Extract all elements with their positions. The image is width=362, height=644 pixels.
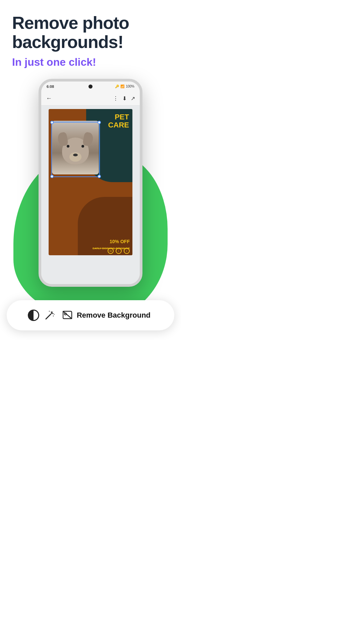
instagram-icon: I: [116, 248, 122, 254]
remove-background-label: Remove Background: [77, 311, 150, 320]
poster-discount: 10% OFF: [110, 238, 130, 245]
contrast-button[interactable]: [28, 310, 39, 321]
phone-content: PET CARE: [41, 106, 140, 284]
dog-image-area: [52, 121, 99, 174]
battery-text: 100%: [126, 85, 134, 88]
title-line1: Remove photo: [12, 13, 129, 33]
dog-snout: [69, 152, 81, 162]
back-button[interactable]: ←: [46, 95, 52, 102]
dog-head: [62, 138, 89, 164]
magic-wand-button[interactable]: [45, 310, 55, 320]
svg-point-10: [64, 313, 66, 315]
remove-background-icon: [63, 310, 73, 320]
dog-eye-right: [81, 145, 84, 148]
share-button[interactable]: ↗: [131, 95, 135, 102]
status-icons: 🔑 📶 100%: [115, 85, 134, 88]
contrast-icon: [28, 310, 39, 321]
phone-status-bar: 6:08 🔑 📶 100%: [41, 82, 140, 92]
selection-handle-bottom-left[interactable]: [50, 175, 54, 178]
poster-title-line1: PET: [108, 113, 129, 121]
poster-brown-corner: [78, 197, 132, 255]
pet-care-poster: PET CARE: [49, 109, 132, 255]
phone-mockup: 6:08 🔑 📶 100% ← ⋮ ⬇ ↗: [39, 79, 142, 287]
wifi-icon: 📶: [120, 85, 124, 88]
poster-title-line2: CARE: [108, 121, 129, 129]
dog-face: [52, 121, 99, 174]
key-icon: 🔑: [115, 85, 119, 88]
toolbar-right: ⋮ ⬇ ↗: [113, 95, 135, 102]
dog-eye-left: [67, 145, 69, 148]
header-section: Remove photo backgrounds! In just one cl…: [0, 0, 181, 75]
svg-line-4: [52, 312, 53, 313]
poster-social-icons: W I f: [108, 248, 130, 254]
magic-wand-icon: [45, 310, 55, 320]
dog-ear-right: [82, 132, 94, 147]
remove-background-button[interactable]: Remove Background: [60, 310, 153, 320]
download-button[interactable]: ⬇: [122, 95, 127, 102]
dog-nose: [73, 154, 78, 156]
bottom-toolbar: Remove Background: [7, 300, 174, 330]
facebook-icon: f: [124, 248, 130, 254]
subtitle: In just one click!: [12, 56, 169, 68]
more-options-button[interactable]: ⋮: [113, 95, 118, 102]
phone-toolbar: ← ⋮ ⬇ ↗: [41, 92, 140, 106]
title-line2: backgrounds!: [12, 32, 123, 52]
svg-line-1: [51, 313, 52, 314]
dog-ear-left: [57, 132, 69, 147]
status-time: 6:08: [47, 85, 54, 89]
poster-title: PET CARE: [108, 113, 129, 129]
camera-notch: [88, 85, 93, 89]
whatsapp-icon: W: [108, 248, 114, 254]
page-wrapper: Remove photo backgrounds! In just one cl…: [0, 0, 181, 340]
page-title: Remove photo backgrounds!: [12, 13, 169, 52]
svg-line-0: [46, 314, 51, 319]
svg-line-9: [63, 311, 72, 319]
